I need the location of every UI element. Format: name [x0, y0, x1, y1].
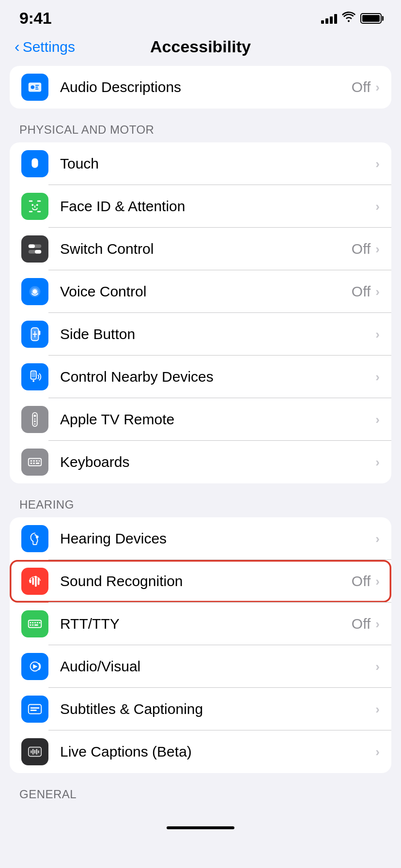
touch-chevron: ›: [375, 156, 380, 171]
svg-rect-28: [31, 460, 32, 462]
home-bar: [167, 826, 234, 829]
sound-recognition-row[interactable]: Sound Recognition Off ›: [10, 560, 391, 603]
svg-rect-30: [36, 460, 38, 462]
live-captions-chevron: ›: [375, 744, 380, 760]
hearing-devices-chevron: ›: [375, 531, 380, 546]
svg-point-1: [31, 85, 35, 89]
svg-point-26: [34, 423, 36, 425]
control-nearby-icon: [21, 363, 48, 390]
svg-rect-31: [39, 460, 40, 462]
voice-control-value: Off: [352, 283, 370, 300]
appletv-remote-chevron: ›: [375, 412, 380, 427]
live-captions-icon: [21, 738, 48, 765]
svg-rect-5: [37, 211, 41, 212]
svg-rect-0: [29, 83, 41, 92]
voice-control-row[interactable]: Voice Control Off ›: [10, 270, 391, 313]
svg-rect-45: [39, 622, 41, 623]
svg-rect-41: [30, 622, 31, 623]
face-id-chevron: ›: [375, 199, 380, 214]
audio-descriptions-label: Audio Descriptions: [60, 79, 352, 95]
keyboards-label: Keyboards: [60, 454, 375, 470]
status-time: 9:41: [19, 9, 51, 28]
battery-icon: [360, 13, 382, 24]
switch-control-row[interactable]: Switch Control Off ›: [10, 228, 391, 270]
sound-recognition-label: Sound Recognition: [60, 573, 352, 589]
svg-rect-29: [33, 460, 35, 462]
rtt-tty-row[interactable]: RTT/TTY Off ›: [10, 603, 391, 645]
signal-icon: [321, 13, 337, 24]
control-nearby-row[interactable]: Control Nearby Devices ›: [10, 356, 391, 398]
audio-visual-chevron: ›: [375, 659, 380, 674]
face-id-label: Face ID & Attention: [60, 198, 375, 215]
svg-rect-33: [33, 463, 35, 464]
appletv-remote-row[interactable]: Apple TV Remote ›: [10, 398, 391, 441]
top-settings-group: Audio Descriptions Off ›: [10, 66, 391, 108]
hearing-devices-icon: [21, 525, 48, 552]
status-icons: [321, 12, 382, 25]
appletv-remote-icon: [21, 406, 48, 433]
side-button-icon: [21, 321, 48, 348]
svg-point-7: [36, 204, 38, 206]
home-indicator: [0, 822, 401, 839]
svg-rect-27: [29, 458, 41, 465]
keyboards-chevron: ›: [375, 455, 380, 470]
voice-control-chevron: ›: [375, 284, 380, 299]
svg-rect-52: [31, 710, 37, 711]
subtitles-chevron: ›: [375, 702, 380, 717]
face-id-row[interactable]: Face ID & Attention ›: [10, 185, 391, 228]
control-nearby-label: Control Nearby Devices: [60, 369, 375, 385]
keyboards-icon: [21, 449, 48, 476]
back-button[interactable]: ‹ Settings: [15, 38, 75, 56]
top-partial-section: Audio Descriptions Off ›: [0, 66, 401, 108]
hearing-devices-label: Hearing Devices: [60, 530, 375, 547]
svg-rect-37: [32, 577, 34, 585]
face-id-icon: [21, 193, 48, 220]
svg-rect-18: [39, 330, 41, 335]
side-button-row[interactable]: Side Button ›: [10, 313, 391, 356]
rtt-tty-value: Off: [352, 616, 370, 632]
svg-rect-47: [32, 624, 33, 626]
keyboards-row[interactable]: Keyboards ›: [10, 441, 391, 483]
appletv-remote-label: Apple TV Remote: [60, 411, 375, 428]
svg-rect-12: [35, 250, 41, 254]
sound-recognition-chevron: ›: [375, 574, 380, 589]
rtt-tty-icon: [21, 610, 48, 637]
live-captions-label: Live Captions (Beta): [60, 744, 375, 760]
rtt-tty-label: RTT/TTY: [60, 616, 352, 632]
svg-rect-32: [31, 463, 32, 464]
physical-motor-label: PHYSICAL AND MOTOR: [0, 123, 401, 142]
audio-descriptions-row[interactable]: Audio Descriptions Off ›: [10, 66, 391, 108]
subtitles-row[interactable]: Subtitles & Captioning ›: [10, 688, 391, 730]
physical-motor-section: PHYSICAL AND MOTOR Touch ›: [0, 123, 401, 483]
svg-rect-46: [30, 624, 31, 626]
svg-rect-44: [37, 622, 38, 623]
subtitles-icon: [21, 696, 48, 723]
svg-rect-4: [29, 211, 33, 212]
voice-control-icon: [21, 278, 48, 305]
switch-control-chevron: ›: [375, 242, 380, 257]
touch-icon: [21, 150, 48, 177]
physical-motor-group: Touch › Face ID & Attention ›: [10, 142, 391, 483]
switch-control-label: Switch Control: [60, 241, 352, 257]
svg-rect-42: [32, 622, 33, 623]
switch-control-value: Off: [352, 241, 370, 257]
svg-point-15: [32, 289, 37, 294]
svg-point-21: [32, 380, 34, 382]
audio-descriptions-value: Off: [352, 79, 370, 95]
svg-point-6: [31, 204, 33, 206]
audio-descriptions-icon: [21, 74, 48, 101]
wifi-icon: [342, 12, 355, 25]
back-label[interactable]: Settings: [23, 39, 75, 55]
audio-descriptions-chevron: ›: [375, 80, 380, 95]
hearing-devices-row[interactable]: Hearing Devices ›: [10, 517, 391, 560]
sound-recognition-value: Off: [352, 573, 370, 589]
switch-control-icon: [21, 235, 48, 263]
audio-visual-icon: [21, 653, 48, 680]
page-title: Accessibility: [150, 37, 251, 56]
svg-rect-48: [34, 624, 38, 626]
svg-point-35: [36, 535, 39, 538]
touch-row[interactable]: Touch ›: [10, 142, 391, 185]
audio-visual-row[interactable]: Audio/Visual ›: [10, 645, 391, 688]
live-captions-row[interactable]: Live Captions (Beta) ›: [10, 730, 391, 773]
svg-rect-2: [29, 201, 33, 202]
